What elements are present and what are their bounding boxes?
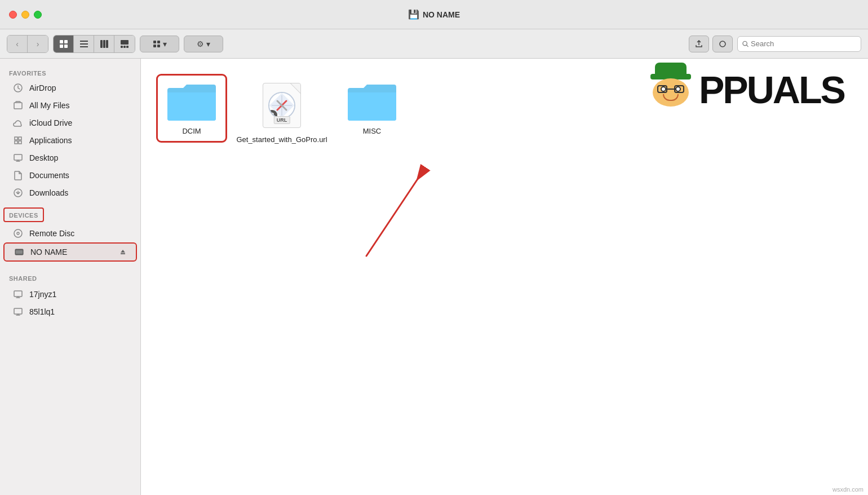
svg-rect-4 bbox=[80, 41, 88, 42]
svg-rect-30 bbox=[14, 291, 22, 297]
cover-flow-button[interactable] bbox=[114, 36, 135, 52]
sidebar: Favorites AirDrop All My Files iCloud Dr… bbox=[0, 59, 141, 495]
svg-point-18 bbox=[720, 41, 725, 47]
svg-line-40 bbox=[366, 171, 423, 256]
mascot-area bbox=[643, 61, 699, 118]
sidebar-item-documents[interactable]: Documents bbox=[3, 167, 137, 184]
eject-button[interactable] bbox=[119, 248, 127, 257]
svg-rect-3 bbox=[64, 45, 68, 48]
svg-rect-5 bbox=[80, 43, 88, 45]
search-box[interactable] bbox=[737, 36, 861, 52]
85l1lq1-icon bbox=[12, 306, 24, 317]
close-button[interactable] bbox=[9, 11, 17, 19]
svg-rect-1 bbox=[64, 40, 68, 43]
list-view-button[interactable] bbox=[74, 36, 94, 52]
toolbar: ‹ › ▾ ⚙ ▾ bbox=[0, 29, 868, 59]
sidebar-item-downloads[interactable]: Downloads bbox=[3, 184, 137, 201]
desktop-icon bbox=[12, 152, 24, 163]
devices-header: Devices bbox=[9, 212, 38, 219]
group-button[interactable]: ▾ bbox=[140, 36, 179, 52]
dcim-folder-icon bbox=[166, 80, 217, 122]
svg-rect-10 bbox=[121, 40, 129, 45]
sidebar-item-17jnyz1[interactable]: 17jnyz1 bbox=[3, 286, 137, 303]
titlebar: 💾 NO NAME bbox=[0, 0, 868, 29]
search-icon bbox=[742, 41, 749, 47]
action-button[interactable]: ⚙ ▾ bbox=[184, 36, 223, 52]
back-button[interactable]: ‹ bbox=[7, 36, 28, 52]
action-chevron: ▾ bbox=[206, 39, 210, 48]
share-button[interactable] bbox=[689, 36, 709, 52]
shared-section-spacer: Shared bbox=[0, 268, 140, 285]
column-view-button[interactable] bbox=[94, 36, 114, 52]
traffic-lights bbox=[9, 11, 42, 19]
svg-rect-15 bbox=[157, 41, 160, 43]
action-button-group bbox=[689, 36, 733, 52]
file-item-url[interactable]: URL Get_started_with_GoPro.url bbox=[248, 76, 316, 149]
svg-rect-11 bbox=[121, 46, 123, 48]
nav-button-group: ‹ › bbox=[7, 35, 48, 53]
svg-rect-23 bbox=[14, 154, 22, 160]
url-file-icon: URL bbox=[259, 80, 304, 131]
svg-point-26 bbox=[17, 232, 19, 235]
shared-header: Shared bbox=[9, 275, 37, 282]
svg-point-25 bbox=[14, 229, 22, 237]
svg-rect-22 bbox=[14, 103, 22, 109]
svg-line-20 bbox=[746, 45, 748, 46]
17jnyz1-icon bbox=[12, 289, 24, 300]
misc-folder-icon bbox=[347, 80, 397, 122]
svg-rect-28 bbox=[16, 250, 23, 254]
sidebar-item-icloud-label: iCloud Drive bbox=[29, 118, 72, 127]
file-item-misc[interactable]: MISC bbox=[338, 76, 406, 141]
favorites-header: Favorites bbox=[0, 65, 140, 79]
search-input[interactable] bbox=[751, 39, 856, 48]
all-my-files-icon bbox=[12, 100, 24, 111]
sidebar-item-remote-disc-label: Remote Disc bbox=[29, 229, 74, 238]
downloads-icon bbox=[12, 187, 24, 198]
sidebar-item-no-name[interactable]: NO NAME bbox=[3, 242, 137, 262]
svg-rect-7 bbox=[100, 40, 103, 48]
svg-rect-13 bbox=[126, 46, 129, 48]
tag-button[interactable] bbox=[712, 36, 733, 52]
sidebar-item-documents-label: Documents bbox=[29, 171, 69, 180]
devices-header-highlighted: Devices bbox=[3, 207, 44, 222]
icloud-icon bbox=[12, 117, 24, 129]
dcim-label: DCIM bbox=[182, 127, 201, 136]
main-layout: Favorites AirDrop All My Files iCloud Dr… bbox=[0, 59, 868, 495]
svg-rect-8 bbox=[103, 40, 105, 48]
remote-disc-icon bbox=[12, 228, 24, 239]
icon-view-button[interactable] bbox=[54, 36, 74, 52]
view-button-group bbox=[53, 35, 135, 53]
forward-button[interactable]: › bbox=[28, 36, 48, 52]
appuals-text: PPUALS bbox=[699, 70, 844, 109]
maximize-button[interactable] bbox=[34, 11, 42, 19]
window-title-text: NO NAME bbox=[423, 10, 460, 19]
minimize-button[interactable] bbox=[21, 11, 29, 19]
sidebar-item-downloads-label: Downloads bbox=[29, 188, 68, 197]
sidebar-item-all-my-files[interactable]: All My Files bbox=[3, 97, 137, 114]
sidebar-item-icloud-drive[interactable]: iCloud Drive bbox=[3, 114, 137, 131]
content-area: PPUALS DCIM bbox=[141, 59, 868, 495]
svg-rect-12 bbox=[123, 46, 126, 48]
sidebar-item-remote-disc[interactable]: Remote Disc bbox=[3, 225, 137, 242]
file-item-dcim[interactable]: DCIM bbox=[158, 76, 225, 141]
sidebar-item-desktop-label: Desktop bbox=[29, 153, 58, 162]
no-name-drive-icon bbox=[14, 246, 25, 258]
drive-icon: 💾 bbox=[408, 9, 419, 20]
sidebar-item-85l1lq1-label: 85l1lq1 bbox=[29, 307, 55, 316]
svg-rect-16 bbox=[153, 45, 156, 47]
sidebar-item-17jnyz1-label: 17jnyz1 bbox=[29, 290, 56, 299]
sidebar-item-airdrop[interactable]: AirDrop bbox=[3, 79, 137, 96]
sidebar-item-applications[interactable]: Applications bbox=[3, 132, 137, 149]
sidebar-item-desktop[interactable]: Desktop bbox=[3, 149, 137, 166]
sidebar-item-85l1lq1[interactable]: 85l1lq1 bbox=[3, 303, 137, 320]
applications-icon bbox=[12, 135, 24, 146]
watermark: wsxdn.com bbox=[832, 486, 863, 493]
svg-rect-6 bbox=[80, 46, 88, 47]
airdrop-icon bbox=[12, 82, 24, 94]
url-file-label: Get_started_with_GoPro.url bbox=[236, 135, 327, 145]
documents-icon bbox=[12, 170, 24, 181]
url-badge: URL bbox=[274, 116, 290, 124]
appuals-logo-area: PPUALS bbox=[643, 59, 868, 121]
svg-rect-0 bbox=[60, 40, 63, 43]
arrow-annotation bbox=[310, 154, 451, 281]
